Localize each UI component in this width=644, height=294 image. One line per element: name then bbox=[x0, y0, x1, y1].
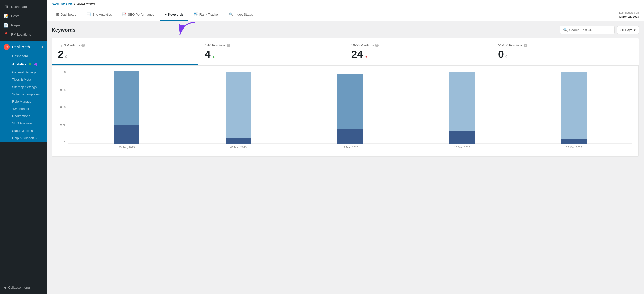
content-area: Keywords 🔍 30 Days ▾ Top 3 Positions bbox=[47, 21, 644, 294]
card-value-10-50: 24 ▼ 1 bbox=[351, 49, 486, 60]
sidebar-bottom: ◀ Collapse menu bbox=[0, 281, 47, 294]
bar-stack-3 bbox=[337, 71, 363, 144]
tab-dashboard[interactable]: ⊞ Dashboard bbox=[52, 9, 81, 21]
redirections-label: Redirections bbox=[12, 114, 30, 118]
seo-analyzer-label: SEO Analyzer bbox=[12, 121, 32, 125]
tab-index-status-label: Index Status bbox=[235, 13, 253, 16]
position-card-51-100[interactable]: 51-100 Positions ? 0 0 bbox=[492, 38, 639, 65]
chevron-down-icon: ▾ bbox=[634, 28, 636, 32]
sidebar-item-404-monitor[interactable]: 404 Monitor bbox=[0, 105, 47, 112]
tab-rank-tracker[interactable]: 📉 Rank Tracker bbox=[189, 9, 223, 21]
sidebar-item-rm-locations[interactable]: 📍 RM Locations bbox=[0, 30, 47, 39]
sidebar-item-rm-dashboard[interactable]: Dashboard bbox=[0, 52, 47, 60]
x-label-2: 06 Mar, 2023 bbox=[183, 146, 295, 149]
analytics-label: Analytics bbox=[12, 62, 27, 66]
position-change-10-50: ▼ 1 bbox=[365, 55, 371, 59]
sidebar-item-sitemap-settings[interactable]: Sitemap Settings bbox=[0, 83, 47, 91]
sidebar-item-schema-templates[interactable]: Schema Templates bbox=[0, 91, 47, 98]
bar-segment-dark-2 bbox=[226, 138, 251, 144]
position-number-51-100: 0 bbox=[498, 49, 504, 60]
tab-keywords[interactable]: ≡ Keywords bbox=[160, 9, 188, 21]
bar-segment-lighter-2 bbox=[226, 72, 251, 138]
position-card-10-50[interactable]: 10-50 Positions ? 24 ▼ 1 bbox=[345, 38, 492, 65]
tab-bar: ⊞ Dashboard 📊 Site Analytics 📈 SEO Perfo… bbox=[47, 9, 644, 21]
titles-meta-label: Titles & Meta bbox=[12, 78, 31, 81]
y-label-0: 0 bbox=[58, 71, 66, 74]
sidebar-item-general-settings[interactable]: General Settings bbox=[0, 69, 47, 76]
bar-group-5 bbox=[559, 71, 589, 144]
sidebar-item-pages[interactable]: 📄 Pages bbox=[0, 21, 47, 30]
x-label-5: 25 Mar, 2023 bbox=[518, 146, 630, 149]
tab-dashboard-label: Dashboard bbox=[61, 13, 77, 16]
position-number-top3: 2 bbox=[58, 49, 64, 60]
bar-group-1 bbox=[111, 71, 142, 144]
bar-segment-light-3 bbox=[337, 74, 363, 129]
tab-seo-performance[interactable]: 📈 SEO Performance bbox=[117, 9, 159, 21]
tab-index-status[interactable]: 🔍 Index Status bbox=[224, 9, 257, 21]
x-label-3: 12 Mar, 2023 bbox=[294, 146, 406, 149]
sidebar-item-dashboard[interactable]: ⊞ Dashboard bbox=[0, 2, 47, 11]
posts-icon: 📝 bbox=[4, 14, 9, 18]
sidebar-item-status-tools[interactable]: Status & Tools bbox=[0, 127, 47, 134]
tab-site-analytics[interactable]: 📊 Site Analytics bbox=[82, 9, 116, 21]
y-label-075: 0.75 bbox=[58, 123, 66, 126]
rank-tracker-tab-icon: 📉 bbox=[194, 12, 198, 16]
last-updated-date: March 28, 2023 bbox=[619, 15, 639, 19]
sidebar-item-seo-analyzer[interactable]: SEO Analyzer bbox=[0, 120, 47, 127]
location-icon: 📍 bbox=[4, 32, 9, 37]
sidebar-item-role-manager[interactable]: Role Manager bbox=[0, 98, 47, 105]
chevron-left-icon: ◀ bbox=[41, 45, 43, 49]
breadcrumb-separator: / bbox=[74, 3, 75, 6]
card-title-10-50: 10-50 Positions ? bbox=[351, 43, 486, 47]
help-icon-10-50[interactable]: ? bbox=[375, 44, 379, 47]
position-card-4-10[interactable]: 4-10 Positions ? 4 ▲ 1 bbox=[198, 38, 345, 65]
search-post-url-box[interactable]: 🔍 bbox=[560, 26, 615, 34]
bar-segment-lighter-5 bbox=[561, 72, 587, 139]
help-icon-top3[interactable]: ? bbox=[81, 44, 85, 47]
sidebar-item-titles-meta[interactable]: Titles & Meta bbox=[0, 76, 47, 83]
sidebar-item-redirections[interactable]: Redirections bbox=[0, 112, 47, 120]
keywords-tab-icon: ≡ bbox=[164, 12, 166, 16]
rank-math-section: R Rank Math ◀ Dashboard Analytics ◀ Gene… bbox=[0, 41, 47, 142]
tab-site-analytics-label: Site Analytics bbox=[93, 13, 112, 16]
tab-keywords-label: Keywords bbox=[168, 13, 184, 16]
search-post-url-input[interactable] bbox=[569, 28, 611, 32]
collapse-label: Collapse menu bbox=[8, 286, 30, 289]
bar-group-3 bbox=[335, 71, 365, 144]
days-dropdown[interactable]: 30 Days ▾ bbox=[617, 26, 639, 34]
chart-bars bbox=[68, 71, 632, 144]
chart-bars-wrapper: 28 Feb, 2023 06 Mar, 2023 12 Mar, 2023 1… bbox=[68, 71, 632, 151]
last-updated: Last updated on March 28, 2023 bbox=[619, 11, 639, 19]
keywords-panel: Top 3 Positions ? 2 0 4-10 Positions ? bbox=[52, 38, 639, 157]
chart-container: 1 0.75 0.50 0.25 0 bbox=[52, 66, 639, 156]
card-value-51-100: 0 0 bbox=[498, 49, 633, 60]
sidebar-top-nav: ⊞ Dashboard 📝 Posts 📄 Pages 📍 RM Locatio… bbox=[0, 0, 47, 41]
card-title-51-100: 51-100 Positions ? bbox=[498, 43, 633, 47]
sidebar-item-label: Pages bbox=[11, 23, 20, 27]
y-label-025: 0.25 bbox=[58, 88, 66, 91]
rank-math-header[interactable]: R Rank Math ◀ bbox=[0, 41, 47, 52]
bar-segment-dark-4 bbox=[449, 131, 475, 144]
purple-arrow-icon bbox=[177, 21, 197, 38]
sidebar-item-analytics[interactable]: Analytics ◀ bbox=[0, 60, 47, 69]
general-settings-label: General Settings bbox=[12, 70, 36, 74]
site-analytics-tab-icon: 📊 bbox=[87, 12, 91, 16]
help-icon-51-100[interactable]: ? bbox=[524, 44, 527, 47]
chart-inner: 1 0.75 0.50 0.25 0 bbox=[58, 71, 632, 151]
main-content: DASHBOARD / ANALYTICS ⊞ Dashboard 📊 Site… bbox=[47, 0, 644, 294]
sidebar-item-label: RM Locations bbox=[11, 33, 31, 36]
tab-rank-tracker-label: Rank Tracker bbox=[199, 13, 219, 16]
sidebar-item-help-support[interactable]: Help & Support ↗ bbox=[0, 134, 47, 142]
card-value-4-10: 4 ▲ 1 bbox=[205, 49, 339, 60]
help-icon-4-10[interactable]: ? bbox=[227, 44, 230, 47]
dashboard-icon: ⊞ bbox=[4, 4, 9, 9]
rank-math-submenu: Dashboard Analytics ◀ General Settings T… bbox=[0, 52, 47, 142]
keywords-header: Keywords 🔍 30 Days ▾ bbox=[52, 26, 639, 34]
position-card-top3[interactable]: Top 3 Positions ? 2 0 bbox=[52, 38, 198, 65]
rank-math-label: Rank Math bbox=[12, 45, 30, 49]
sidebar-item-posts[interactable]: 📝 Posts bbox=[0, 11, 47, 21]
tab-seo-performance-label: SEO Performance bbox=[128, 13, 154, 16]
collapse-menu-button[interactable]: ◀ Collapse menu bbox=[0, 284, 47, 291]
pages-icon: 📄 bbox=[4, 23, 9, 28]
seo-performance-tab-icon: 📈 bbox=[122, 12, 126, 16]
